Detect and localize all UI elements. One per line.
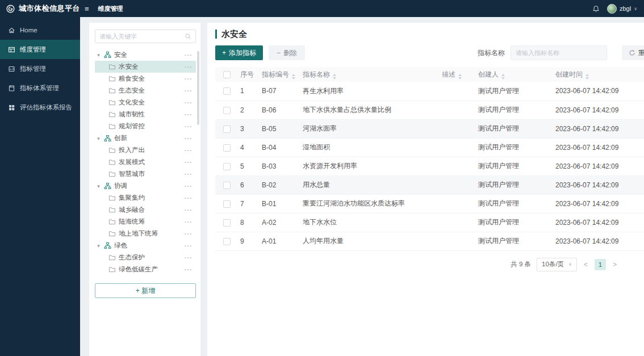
- more-icon[interactable]: ···: [185, 147, 195, 154]
- scrollbar-thumb[interactable]: [197, 51, 199, 125]
- folder-icon: [108, 87, 116, 94]
- indicator-desc: [440, 100, 476, 119]
- table-row[interactable]: 3B-05河湖水面率测试用户管理2023-06-07 14:42:09: [215, 119, 644, 138]
- more-icon[interactable]: ···: [185, 242, 195, 249]
- more-icon[interactable]: ···: [185, 159, 195, 166]
- more-icon[interactable]: ···: [185, 171, 195, 178]
- tree-leaf[interactable]: 集聚集约···: [95, 192, 196, 204]
- row-checkbox[interactable]: [223, 238, 231, 245]
- row-checkbox[interactable]: [223, 182, 231, 189]
- tree-leaf[interactable]: 文化安全···: [95, 97, 196, 108]
- indicator-name-input[interactable]: [511, 45, 607, 60]
- column-header[interactable]: 创建时间: [553, 67, 644, 82]
- sidebar-item-system[interactable]: 指标体系管理: [0, 78, 80, 98]
- refresh-icon: [629, 49, 635, 56]
- row-checkbox[interactable]: [223, 144, 231, 152]
- folder-icon: [108, 111, 116, 118]
- indicator-code: B-05: [260, 119, 300, 138]
- caret-down-icon[interactable]: ▾: [96, 52, 101, 58]
- sort-icon[interactable]: [458, 74, 462, 79]
- sort-icon[interactable]: [292, 74, 295, 79]
- notification-bell-icon[interactable]: [592, 5, 600, 12]
- column-header[interactable]: 创建人: [476, 67, 553, 82]
- more-icon[interactable]: ···: [185, 64, 195, 70]
- sidebar-item-indicator[interactable]: 指标管理: [0, 59, 80, 78]
- row-checkbox[interactable]: [223, 125, 231, 133]
- tree-leaf[interactable]: 水安全···: [95, 61, 196, 73]
- tree-leaf[interactable]: 投入产出···: [95, 144, 196, 156]
- sidebar-item-home[interactable]: Home: [0, 20, 80, 40]
- tree-leaf[interactable]: 规划管控···: [95, 120, 196, 132]
- sort-icon[interactable]: [333, 74, 336, 79]
- row-checkbox[interactable]: [223, 200, 231, 208]
- tree-group[interactable]: ▾创新···: [95, 132, 196, 144]
- tree-leaf[interactable]: 粮食安全···: [95, 73, 196, 85]
- more-icon[interactable]: ···: [185, 135, 195, 142]
- table-row[interactable]: 4B-04湿地面积测试用户管理2023-06-07 14:42:09: [215, 138, 644, 157]
- more-icon[interactable]: ···: [185, 183, 195, 190]
- prev-page-button[interactable]: <: [583, 261, 589, 269]
- column-header[interactable]: 描述: [440, 67, 476, 82]
- more-icon[interactable]: ···: [185, 219, 195, 225]
- more-icon[interactable]: ···: [185, 266, 195, 273]
- tree-leaf-label: 生态保护: [119, 253, 145, 262]
- table-row[interactable]: 2B-06地下水供水量占总供水量比例测试用户管理2023-06-07 14:42…: [215, 100, 644, 119]
- menu-toggle-icon[interactable]: ≡: [85, 5, 89, 13]
- next-page-button[interactable]: >: [612, 261, 618, 269]
- tree-leaf[interactable]: 陆海统筹···: [95, 216, 196, 228]
- created-time: 2023-06-07 14:42:09: [553, 82, 644, 100]
- caret-down-icon[interactable]: ▾: [96, 183, 101, 189]
- more-icon[interactable]: ···: [185, 76, 195, 82]
- more-icon[interactable]: ···: [185, 254, 195, 261]
- reset-button[interactable]: 重置: [622, 45, 644, 60]
- table-row[interactable]: 1B-07再生水利用率测试用户管理2023-06-07 14:42:09: [215, 82, 644, 100]
- more-icon[interactable]: ···: [185, 111, 195, 118]
- select-all-checkbox[interactable]: [223, 71, 231, 78]
- breadcrumb[interactable]: 维度管理: [98, 5, 123, 13]
- tree-leaf[interactable]: 生态安全···: [95, 85, 196, 97]
- tree-leaf[interactable]: 发展模式···: [95, 156, 196, 168]
- tree-leaf[interactable]: 城乡融合···: [95, 204, 196, 216]
- page-size-select[interactable]: 10条/页 ∨: [537, 258, 577, 271]
- tree-group[interactable]: ▾绿色···: [95, 240, 196, 252]
- row-checkbox[interactable]: [223, 163, 231, 170]
- tree-group[interactable]: ▾安全···: [95, 49, 196, 61]
- user-menu[interactable]: zbgl ∨: [607, 4, 637, 14]
- caret-down-icon[interactable]: ▾: [96, 243, 101, 249]
- delete-button[interactable]: −删除: [269, 45, 305, 60]
- tree-group[interactable]: ▾协调···: [95, 180, 196, 192]
- add-indicator-button[interactable]: +添加指标: [215, 45, 263, 60]
- sort-icon[interactable]: [501, 74, 505, 79]
- row-checkbox[interactable]: [223, 219, 231, 227]
- table-row[interactable]: 8A-02地下水水位测试用户管理2023-06-07 14:42:09: [215, 213, 644, 232]
- row-checkbox[interactable]: [223, 107, 231, 114]
- tree-leaf[interactable]: 绿色低碳生产···: [95, 263, 196, 275]
- indicator-desc: [440, 82, 476, 100]
- table-row[interactable]: 6B-02用水总量测试用户管理2023-06-07 14:42:09: [215, 175, 644, 194]
- more-icon[interactable]: ···: [185, 123, 195, 130]
- more-icon[interactable]: ···: [185, 231, 195, 237]
- more-icon[interactable]: ···: [185, 99, 195, 106]
- caret-down-icon[interactable]: ▾: [96, 136, 101, 141]
- more-icon[interactable]: ···: [185, 52, 195, 58]
- tree-leaf[interactable]: 城市韧性···: [95, 108, 196, 120]
- sort-icon[interactable]: [586, 74, 589, 79]
- tree-leaf[interactable]: 智慧城市···: [95, 168, 196, 180]
- table-row[interactable]: 9A-01人均年用水量测试用户管理2023-06-07 14:42:09: [215, 232, 644, 250]
- tree-search-input[interactable]: [99, 33, 181, 40]
- add-dimension-button[interactable]: + 新增: [95, 283, 196, 298]
- more-icon[interactable]: ···: [185, 207, 195, 213]
- column-header[interactable]: 指标编号: [260, 67, 300, 82]
- current-page[interactable]: 1: [595, 259, 606, 270]
- more-icon[interactable]: ···: [185, 195, 195, 202]
- sidebar-item-report[interactable]: 评估指标体系报告: [0, 98, 80, 117]
- creator: 测试用户管理: [476, 119, 553, 138]
- table-row[interactable]: 5B-03水资源开发利用率测试用户管理2023-06-07 14:42:09: [215, 157, 644, 175]
- more-icon[interactable]: ···: [185, 87, 195, 94]
- tree-leaf[interactable]: 生态保护···: [95, 252, 196, 263]
- column-header[interactable]: 指标名称: [300, 67, 440, 82]
- table-row[interactable]: 7B-01重要江河湖泊水功能区水质达标率测试用户管理2023-06-07 14:…: [215, 194, 644, 213]
- row-checkbox[interactable]: [223, 87, 231, 95]
- sidebar-item-dimension[interactable]: 维度管理: [0, 40, 80, 59]
- tree-leaf[interactable]: 地上地下统筹···: [95, 228, 196, 240]
